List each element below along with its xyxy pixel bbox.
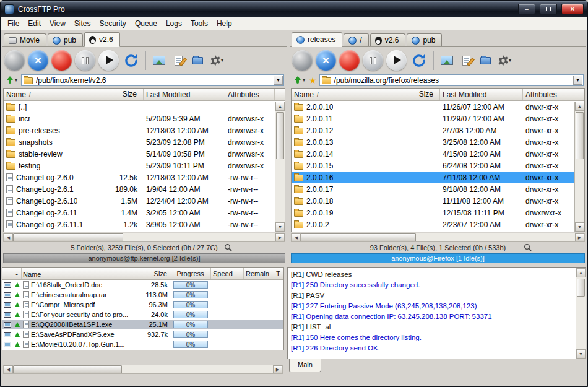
- tab-pub[interactable]: pub: [407, 33, 442, 46]
- minimize-button[interactable]: –: [518, 4, 535, 14]
- scrollbar-track[interactable]: [576, 277, 586, 349]
- resume-button[interactable]: [98, 50, 119, 71]
- vertical-scrollbar[interactable]: ▲ ▼: [574, 102, 584, 232]
- path-dropdown-button[interactable]: ▾: [274, 76, 283, 85]
- tools-menu-button[interactable]: ▾: [209, 51, 225, 70]
- column-header-name[interactable]: Name/: [292, 89, 404, 100]
- menu-item-file[interactable]: File: [3, 18, 24, 29]
- tab-pub[interactable]: pub: [48, 33, 83, 46]
- horizontal-scrollbar[interactable]: ◀ ▶: [3, 365, 283, 374]
- scroll-left-button[interactable]: ◀: [4, 233, 13, 241]
- queue-row[interactable]: E:\SaveAsPDFandXPS.exe932.7k0%: [2, 329, 283, 339]
- file-row[interactable]: 2.0.0.122/7/08 12:00 AMdrwxr-xr-x: [292, 124, 574, 136]
- queue-column-size[interactable]: Size: [141, 268, 170, 279]
- scroll-down-button[interactable]: ▼: [576, 349, 586, 359]
- file-row[interactable]: 2.0.0.179/18/08 12:00 AMdrwxr-xr-x: [292, 183, 574, 195]
- search-icon[interactable]: [224, 243, 232, 253]
- tab-v2-6[interactable]: v2.6: [370, 33, 406, 46]
- file-row[interactable]: incr5/20/09 5:39 AMdrwxrwsr-x: [4, 113, 275, 124]
- column-header-modified[interactable]: Last Modified: [440, 89, 523, 100]
- queue-row[interactable]: E:\168talk_OrderID.doc28.5k0%: [2, 280, 283, 290]
- scrollbar-track[interactable]: [575, 111, 584, 222]
- scroll-left-button[interactable]: ◀: [292, 233, 301, 241]
- file-row[interactable]: [..]: [4, 101, 275, 113]
- resume-button[interactable]: [386, 50, 407, 71]
- edit-button[interactable]: [458, 51, 474, 70]
- scroll-right-button[interactable]: ▶: [575, 233, 584, 241]
- file-row[interactable]: pre-releases12/18/03 12:00 AMdrwxrwsr-x: [4, 124, 275, 136]
- scrollbar-thumb[interactable]: [276, 112, 284, 159]
- column-header-attributes[interactable]: Attributes: [523, 89, 574, 100]
- disconnect-button[interactable]: ✕: [28, 50, 48, 71]
- scrollbar-track[interactable]: [13, 233, 275, 241]
- file-row[interactable]: 2.0.0.167/11/08 12:00 AMdrwxr-xr-x: [292, 172, 574, 183]
- scroll-up-button[interactable]: ▲: [575, 102, 584, 111]
- menu-item-security[interactable]: Security: [95, 18, 131, 29]
- abort-button[interactable]: [51, 50, 72, 71]
- tab-main[interactable]: Main: [289, 359, 321, 372]
- menu-item-sites[interactable]: Sites: [70, 18, 95, 29]
- maximize-button[interactable]: [540, 4, 557, 14]
- file-row[interactable]: snapshots5/23/09 12:08 PMdrwxrwsr-x: [4, 136, 275, 148]
- file-row[interactable]: 2.0.0.1912/15/08 11:11 PMdrwxrwxr-x: [292, 207, 574, 219]
- queue-column-icon[interactable]: [2, 268, 12, 279]
- scrollbar-track[interactable]: [301, 233, 575, 241]
- parent-directory-button[interactable]: ▾: [4, 74, 19, 86]
- parent-directory-button[interactable]: ▾: [292, 74, 306, 86]
- scroll-down-button[interactable]: ▼: [275, 222, 285, 232]
- search-icon[interactable]: [524, 243, 532, 253]
- path-field[interactable]: /pub/linux/kernel/v2.6 ▾: [21, 74, 284, 86]
- view-button[interactable]: [439, 51, 455, 70]
- new-folder-button[interactable]: [189, 51, 205, 70]
- scroll-right-button[interactable]: ▶: [275, 233, 285, 241]
- pause-button[interactable]: [363, 50, 383, 71]
- pause-button[interactable]: [75, 50, 95, 71]
- path-dropdown-button[interactable]: ▾: [573, 76, 582, 85]
- scrollbar-track[interactable]: [275, 111, 285, 222]
- menu-item-queue[interactable]: Queue: [131, 18, 162, 29]
- new-folder-button[interactable]: [477, 51, 493, 70]
- scroll-left-button[interactable]: ◀: [4, 365, 13, 373]
- file-row[interactable]: 2.0.0.1111/29/07 12:00 AMdrwxr-xr-x: [292, 113, 574, 124]
- refresh-button[interactable]: [410, 51, 428, 70]
- queue-row[interactable]: E:\Compr_Micros.pdf96.3M0%: [2, 300, 283, 310]
- column-header-name[interactable]: Name/: [4, 89, 100, 100]
- queue-column-remain[interactable]: Remain: [244, 268, 274, 279]
- abort-button[interactable]: [339, 50, 360, 71]
- file-row[interactable]: testing5/23/09 10:11 PMdrwxrwsr-x: [4, 160, 275, 172]
- file-row[interactable]: stable-review5/14/09 10:58 PMdrwxrwsr-x: [4, 148, 275, 160]
- view-button[interactable]: [151, 51, 167, 70]
- menu-item-view[interactable]: View: [45, 18, 70, 29]
- file-row[interactable]: 2.0.0.22/23/07 12:00 AMdrwxr-xr-x: [292, 219, 574, 230]
- scrollbar-thumb[interactable]: [576, 112, 584, 159]
- file-row[interactable]: ChangeLog-2.6.11.11.2k3/9/05 12:00 AM-rw…: [4, 219, 275, 230]
- file-row[interactable]: 2.0.0.133/25/08 12:00 AMdrwxr-xr-x: [292, 136, 574, 148]
- tab-v2-6[interactable]: v2.6: [84, 32, 120, 47]
- horizontal-scrollbar[interactable]: ◀ ▶: [291, 233, 585, 242]
- column-header-size[interactable]: Size: [404, 89, 440, 100]
- file-row[interactable]: ChangeLog-2.6.111.4M3/2/05 12:00 AM-rw-r…: [4, 207, 275, 219]
- queue-column-progress[interactable]: Progress: [170, 268, 211, 279]
- queue-row[interactable]: E:\Movie\10.20.07.Top.Gun.1...0%: [2, 339, 283, 349]
- title-bar[interactable]: CrossFTP Pro – ✕: [1, 1, 587, 17]
- vertical-scrollbar[interactable]: ▲ ▼: [275, 102, 285, 232]
- file-row[interactable]: 2.0.0.1811/11/08 12:00 AMdrwxr-xr-x: [292, 195, 574, 207]
- file-row[interactable]: ChangeLog-2.6.1189.0k1/9/04 12:00 AM-rw-…: [4, 183, 275, 195]
- queue-column-time[interactable]: T: [274, 268, 283, 279]
- edit-button[interactable]: [170, 51, 186, 70]
- column-header-modified[interactable]: Last Modified: [144, 89, 225, 100]
- connect-button[interactable]: [4, 50, 25, 71]
- column-header-attributes[interactable]: Attributes: [225, 89, 275, 100]
- column-header-size[interactable]: Size: [100, 89, 144, 100]
- scrollbar-thumb[interactable]: [301, 233, 416, 241]
- close-button[interactable]: ✕: [561, 4, 584, 14]
- scrollbar-thumb[interactable]: [13, 233, 123, 241]
- scroll-down-button[interactable]: ▼: [575, 222, 584, 232]
- file-row[interactable]: 2.0.0.156/24/08 12:00 AMdrwxr-xr-x: [292, 160, 574, 172]
- queue-row[interactable]: E:\chinesenaturalmap.rar113.0M0%: [2, 290, 283, 300]
- disconnect-button[interactable]: ✕: [316, 50, 336, 71]
- scroll-up-button[interactable]: ▲: [576, 268, 586, 277]
- file-row[interactable]: 2.0.0.144/15/08 12:00 AMdrwxr-xr-x: [292, 148, 574, 160]
- vertical-scrollbar[interactable]: ▲ ▼: [576, 268, 586, 359]
- file-row[interactable]: ChangeLog-2.6.101.5M12/24/04 12:00 AM-rw…: [4, 195, 275, 207]
